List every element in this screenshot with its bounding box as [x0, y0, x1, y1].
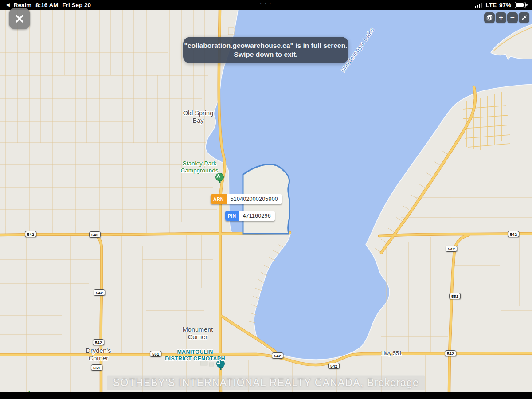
status-date: Fri Sep 20 [63, 2, 91, 8]
status-bar: ◀ Realm 8:16 AM Fri Sep 20 • • • LTE 97% [0, 0, 532, 10]
brokerage-watermark: SOTHEBY'S INTERNATIONAL REALTY CANADA, B… [107, 376, 425, 390]
road-shield-542: 542 [93, 339, 104, 345]
back-to-app-label[interactable]: Realm [14, 2, 32, 8]
hwy-551-label: Hwy 551 [381, 350, 402, 356]
fullscreen-notice-banner: "collaboration.geowarehouse.ca" is in fu… [183, 37, 348, 63]
fullscreen-notice-line2: Swipe down to exit. [183, 51, 348, 59]
road-shield-542: 542 [25, 231, 36, 237]
exit-fullscreen-icon [520, 14, 528, 22]
map-viewport[interactable]: Old Spring BayStanley Park CampgroundsMi… [0, 10, 532, 392]
pin-value: 471160296 [239, 211, 274, 221]
drydens-corner-label: Dryden's Corner [86, 347, 111, 362]
arn-tag[interactable]: ARN 510402000205900 [211, 194, 282, 204]
road-shield-542: 542 [328, 363, 340, 369]
cellular-signal-icon [475, 3, 482, 8]
close-button[interactable] [9, 8, 30, 29]
road-shield-551: 551 [91, 364, 102, 371]
pin-tag[interactable]: PIN 471160296 [225, 211, 275, 221]
zoom-in-button[interactable]: + [496, 12, 506, 23]
manitoulin-district-cenotaph-label: MANITOULIN DISTRICT CENOTAPH [165, 349, 225, 362]
close-icon [14, 13, 25, 24]
zoom-out-button[interactable]: − [507, 12, 518, 23]
road-shield-551: 551 [449, 293, 461, 299]
exit-fullscreen-button[interactable] [519, 12, 529, 23]
multitasking-dots-icon[interactable]: • • • [260, 2, 272, 6]
copy-icon [485, 14, 493, 22]
road-shield-542: 542 [446, 246, 457, 252]
road-shield-542: 542 [89, 231, 101, 238]
back-to-app-icon[interactable]: ◀ [6, 2, 10, 7]
old-spring-bay-label: Old Spring Bay [183, 110, 214, 125]
status-time: 8:16 AM [35, 2, 58, 8]
road-shield-551: 551 [150, 351, 161, 357]
arn-badge: ARN [211, 194, 227, 204]
fullscreen-notice-line1: "collaboration.geowarehouse.ca" is in fu… [183, 42, 348, 50]
arn-value: 510402000205900 [227, 194, 282, 204]
copy-map-button[interactable] [484, 12, 495, 23]
battery-percent-label: 97% [499, 2, 511, 8]
network-type-label: LTE [485, 2, 497, 8]
monument-corner-label: Monument Corner [183, 326, 213, 341]
home-bar-area [0, 392, 532, 399]
road-shield-542: 542 [272, 352, 283, 359]
ipad-screen: ◀ Realm 8:16 AM Fri Sep 20 • • • LTE 97% [0, 0, 532, 399]
pin-badge: PIN [225, 211, 239, 221]
road-shield-542: 542 [445, 350, 456, 356]
battery-icon [515, 2, 526, 8]
road-shield-542: 542 [94, 289, 105, 296]
stanley-park-campgrounds-label: Stanley Park Campgrounds [181, 160, 219, 174]
road-shield-542: 542 [508, 231, 519, 237]
